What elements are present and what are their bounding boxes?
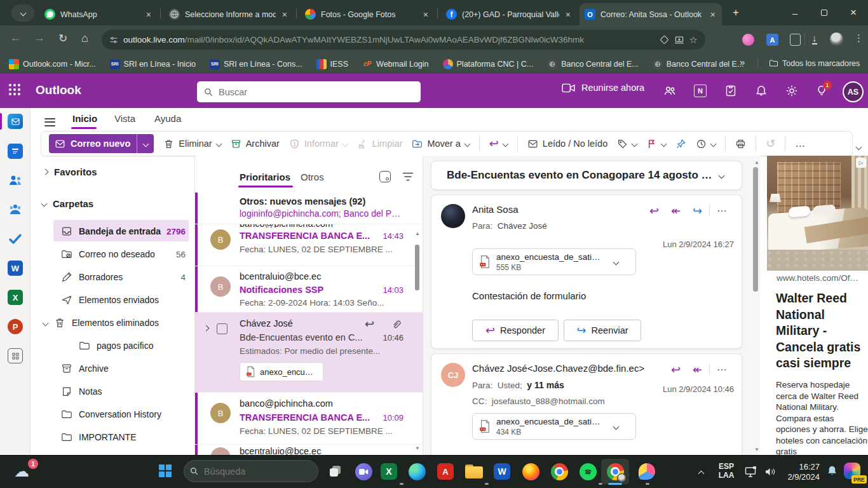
- attachment-chip[interactable]: anexo_encuesta...: [240, 362, 323, 381]
- clock[interactable]: 16:27 2/9/2024: [783, 462, 820, 482]
- taskbar-search-box[interactable]: [184, 460, 318, 482]
- forward-icon[interactable]: ↪: [693, 205, 702, 217]
- bookmarks-overflow-icon[interactable]: »: [740, 57, 745, 67]
- todo-icon[interactable]: [724, 85, 737, 97]
- close-tab-icon[interactable]: ×: [564, 10, 572, 20]
- site-settings-icon[interactable]: [109, 36, 118, 44]
- profile-avatar[interactable]: [830, 32, 843, 46]
- extension-icon[interactable]: [742, 34, 754, 46]
- new-mail-button[interactable]: Correo nuevo: [49, 134, 154, 153]
- categorize-button[interactable]: [617, 139, 637, 149]
- sidebar-item-inbox[interactable]: Bandeja de entrada 2796: [31, 220, 194, 243]
- tab-outlook-active[interactable]: O Correo: Anita Sosa - Outlook ×: [580, 3, 722, 25]
- account-avatar[interactable]: AS: [843, 81, 864, 102]
- rail-groups-icon[interactable]: [8, 202, 23, 217]
- message-row[interactable]: B bcentraluio@bce.ec Notificaciones SSP …: [195, 266, 423, 313]
- scroll-up-icon[interactable]: ▲: [754, 159, 759, 165]
- filter-icon[interactable]: [402, 172, 414, 181]
- bookmark-bce-2[interactable]: Banco Central del E...: [653, 59, 744, 69]
- window-maximize-button[interactable]: [810, 0, 839, 25]
- rail-mail-icon[interactable]: [8, 114, 23, 129]
- close-tab-icon[interactable]: ×: [422, 10, 430, 20]
- translate-extension-icon[interactable]: A: [766, 34, 778, 46]
- flag-button[interactable]: [646, 139, 666, 149]
- expand-conversation-icon[interactable]: [203, 325, 210, 332]
- network-icon[interactable]: [745, 466, 759, 478]
- sidebar-item-notes[interactable]: Notas: [31, 380, 194, 403]
- tab-whatsapp[interactable]: WhatsApp ×: [39, 3, 158, 25]
- ribbon-tab-ayuda[interactable]: Ayuda: [154, 113, 181, 124]
- sidebar-item-junk[interactable]: Correo no deseado 56: [31, 243, 194, 266]
- taskbar-word-icon[interactable]: W: [489, 459, 515, 484]
- to-more[interactable]: y 11 más: [527, 380, 564, 390]
- rail-people-icon[interactable]: [8, 173, 23, 188]
- ad-image[interactable]: ▷: [767, 156, 868, 271]
- other-inbox-banner[interactable]: Otros: nuevos mensajes (92) logininfo@pi…: [195, 193, 423, 224]
- reply-response-button[interactable]: ↩ Responder: [472, 320, 559, 341]
- notifications-bell-icon[interactable]: [755, 85, 768, 97]
- sidebar-item-drafts[interactable]: Borradores 4: [31, 266, 194, 288]
- taskbar-file-explorer-icon[interactable]: [461, 459, 487, 484]
- meet-now-button[interactable]: Reunirse ahora: [562, 83, 644, 93]
- message-row-selected[interactable]: Chávez José ↩ Bde-Encuentas evento en C.…: [195, 313, 423, 393]
- message-row[interactable]: B banco@pichincha.com TRANSFERENCIA BANC…: [195, 224, 423, 266]
- bookmark-webmail[interactable]: cP Webmail Login: [362, 59, 428, 69]
- scroll-down-icon[interactable]: ▼: [754, 447, 759, 452]
- new-tab-button[interactable]: +: [728, 5, 743, 20]
- sidebar-item-deleted[interactable]: Elementos eliminados: [31, 311, 194, 334]
- bookmark-iess[interactable]: IESS: [316, 59, 349, 69]
- tab-search-button[interactable]: [11, 4, 34, 22]
- start-button[interactable]: [159, 464, 172, 477]
- favorites-section[interactable]: Favoritos: [43, 166, 97, 177]
- message-row[interactable]: B bcentraluio@bce.ec: [195, 445, 423, 455]
- pin-button[interactable]: [675, 139, 686, 149]
- snooze-button[interactable]: [696, 139, 715, 149]
- scroll-up-icon[interactable]: ▲: [415, 231, 420, 236]
- rail-word-icon[interactable]: W: [8, 261, 23, 276]
- select-messages-icon[interactable]: [379, 171, 391, 182]
- bookmark-outlook[interactable]: Outlook.com - Micr...: [9, 59, 96, 69]
- report-button[interactable]: Informar: [289, 139, 348, 149]
- sidebar-item-sent[interactable]: Elementos enviados: [31, 288, 194, 311]
- taskbar-pdf-icon[interactable]: A: [433, 459, 458, 484]
- sender-avatar-image[interactable]: [441, 204, 465, 228]
- language-indicator[interactable]: ESP LAA: [716, 462, 736, 480]
- collapse-ribbon-icon[interactable]: [856, 144, 862, 151]
- ribbon-tab-vista[interactable]: Vista: [114, 113, 135, 124]
- new-mail-dropdown[interactable]: [137, 142, 154, 146]
- rail-powerpoint-icon[interactable]: P: [8, 319, 23, 334]
- attachment-chip[interactable]: anexo_encuesta_de_satisfacci... 555 KB: [472, 248, 636, 275]
- clipboard-extension-icon[interactable]: [790, 34, 801, 46]
- list-tab-prioritarios[interactable]: Prioritarios: [240, 172, 290, 182]
- back-icon[interactable]: ←: [10, 32, 21, 44]
- search-input[interactable]: [219, 87, 414, 97]
- ad-display-url[interactable]: www.hotels.com/Ofe...: [776, 273, 862, 283]
- sweep-button[interactable]: Limpiar: [357, 139, 403, 149]
- app-launcher-icon[interactable]: [9, 84, 20, 95]
- collapse-conversation-icon[interactable]: [719, 172, 725, 179]
- bookmark-sri-consultas[interactable]: SRI SRI en Línea - Cons...: [210, 59, 302, 69]
- pane-scrollbar-thumb[interactable]: [753, 167, 758, 292]
- volume-icon[interactable]: [764, 467, 776, 477]
- attachment-dropdown-icon[interactable]: [613, 423, 620, 430]
- bookmark-cnc[interactable]: Plataforma CNC | C...: [443, 59, 534, 69]
- privacy-icon[interactable]: [660, 35, 669, 44]
- bookmark-sri-inicio[interactable]: SRI SRI en Línea - Inicio: [110, 59, 196, 69]
- sidebar-item-importante[interactable]: IMPORTANTE: [31, 426, 194, 449]
- taskbar-firefox-icon[interactable]: [518, 459, 543, 484]
- task-view-button[interactable]: [323, 459, 348, 484]
- close-tab-icon[interactable]: ×: [145, 10, 153, 20]
- settings-gear-icon[interactable]: [785, 85, 798, 97]
- taskbar-excel-icon[interactable]: X: [376, 459, 402, 484]
- close-tab-icon[interactable]: ×: [709, 10, 717, 20]
- address-bar[interactable]: outlook.live.com/mail/0/inbox/id/AQQkADA…: [102, 30, 705, 50]
- list-scrollbar-thumb[interactable]: [415, 245, 419, 290]
- more-commands-button[interactable]: …: [795, 138, 806, 149]
- ad-choices-icon[interactable]: ▷: [856, 158, 866, 168]
- onenote-icon[interactable]: N: [694, 85, 707, 97]
- all-bookmarks-button[interactable]: Todos los marcadores: [769, 58, 860, 68]
- reply-all-icon[interactable]: ↞: [693, 364, 702, 376]
- rail-todo-icon[interactable]: [8, 231, 23, 247]
- sidebar-item-pagos-pacifico[interactable]: pagos pacifico: [31, 334, 194, 357]
- taskbar-chrome-icon[interactable]: [546, 459, 572, 484]
